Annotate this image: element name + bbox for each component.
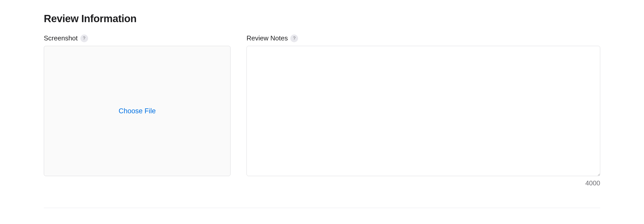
help-icon[interactable]: ? [290, 35, 298, 42]
review-notes-label: Review Notes [247, 34, 288, 42]
choose-file-link[interactable]: Choose File [118, 107, 156, 115]
char-counter: 4000 [247, 179, 600, 187]
screenshot-dropzone[interactable]: Choose File [44, 46, 231, 176]
help-icon[interactable]: ? [80, 35, 88, 42]
screenshot-label: Screenshot [44, 34, 78, 42]
section-title: Review Information [44, 13, 600, 24]
review-notes-textarea[interactable] [247, 46, 600, 176]
section-divider [44, 208, 600, 208]
